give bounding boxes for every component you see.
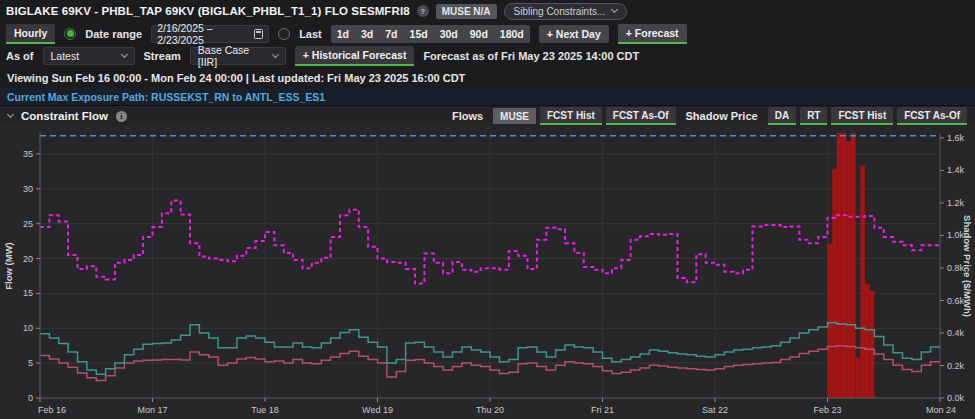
svg-text:Fri 21: Fri 21: [591, 405, 614, 415]
range-15d-button[interactable]: 15d: [404, 25, 434, 43]
range-1d-button[interactable]: 1d: [331, 25, 355, 43]
svg-text:0.8k: 0.8k: [947, 263, 965, 273]
chevron-down-icon: [611, 6, 618, 13]
date-range-value: 2/16/2025 – 2/23/2025: [157, 22, 254, 46]
forecast-button[interactable]: + Forecast: [618, 24, 687, 44]
historical-forecast-button[interactable]: + Historical Forecast: [295, 46, 415, 66]
viewing-status: Viewing Sun Feb 16 00:00 - Mon Feb 24 00…: [0, 67, 975, 88]
svg-text:Mon 17: Mon 17: [137, 405, 167, 415]
date-range-radio[interactable]: [64, 28, 76, 40]
flows-toggle-group: MUSE FCST Hist FCST As-Of: [493, 107, 675, 125]
asof-controls: As of Latest Stream Base Case [IIR] + Hi…: [0, 45, 975, 67]
svg-text:Mon 24: Mon 24: [926, 405, 956, 415]
title-bar: BIGLAKE 69KV - PHBL_TAP 69KV (BIGLAK_PHB…: [0, 0, 975, 22]
shadow-fcst-asof-toggle[interactable]: FCST As-Of: [897, 107, 967, 125]
svg-text:0.2k: 0.2k: [947, 361, 965, 371]
svg-text:30: 30: [23, 184, 33, 194]
forecast-asof-text: Forecast as of Fri May 23 2025 14:00 CDT: [423, 50, 639, 62]
muse-status-badge: MUSE N/A: [436, 4, 497, 19]
sibling-constraints-label: Sibling Constraints...: [514, 6, 606, 17]
svg-text:35: 35: [23, 149, 33, 159]
range-180d-button[interactable]: 180d: [494, 25, 530, 43]
svg-text:1.2k: 1.2k: [947, 198, 965, 208]
svg-text:Flow (MW): Flow (MW): [3, 242, 14, 289]
svg-text:0.6k: 0.6k: [947, 296, 965, 306]
flow-shadow-price-plot[interactable]: 051015202530350.0k0.2k0.4k0.6k0.8k1.0k1.…: [0, 126, 975, 419]
next-day-button[interactable]: + Next Day: [539, 25, 609, 43]
quick-range-group: 1d 3d 7d 15d 30d 90d 180d: [331, 25, 530, 43]
asof-select[interactable]: Latest: [43, 47, 135, 65]
exposure-path-link[interactable]: Current Max Exposure Path: RUSSEKST_RN t…: [0, 88, 975, 105]
chevron-down-icon: [272, 51, 279, 58]
constraint-flow-header: Constraint Flow i Flows MUSE FCST Hist F…: [0, 105, 975, 126]
constraint-flow-chart[interactable]: 051015202530350.0k0.2k0.4k0.6k0.8k1.0k1.…: [0, 126, 975, 419]
svg-text:15: 15: [23, 288, 33, 298]
stream-label: Stream: [144, 50, 181, 62]
svg-text:0.0k: 0.0k: [947, 393, 965, 403]
sibling-constraints-dropdown[interactable]: Sibling Constraints...: [504, 3, 628, 20]
svg-text:Shadow Price ($/MWh): Shadow Price ($/MWh): [962, 215, 973, 317]
shadow-price-toggle-group: DA RT FCST Hist FCST As-Of: [768, 107, 967, 125]
stream-value: Base Case [IIR]: [198, 44, 265, 68]
chevron-down-icon: [120, 51, 127, 58]
range-90d-button[interactable]: 90d: [464, 25, 494, 43]
svg-text:1.6k: 1.6k: [947, 133, 965, 143]
help-icon[interactable]: ?: [417, 5, 429, 17]
last-radio[interactable]: [278, 28, 290, 40]
range-controls: Hourly Date range 2/16/2025 – 2/23/2025 …: [0, 22, 975, 45]
svg-text:Tue 18: Tue 18: [251, 405, 279, 415]
date-range-input[interactable]: 2/16/2025 – 2/23/2025: [151, 25, 269, 43]
svg-text:25: 25: [23, 219, 33, 229]
svg-text:Sat 22: Sat 22: [702, 405, 728, 415]
svg-text:Feb 16: Feb 16: [38, 405, 66, 415]
flow-fcst-hist-toggle[interactable]: FCST Hist: [540, 107, 602, 125]
stream-select[interactable]: Base Case [IIR]: [190, 47, 286, 65]
flow-fcst-asof-toggle[interactable]: FCST As-Of: [606, 107, 676, 125]
calendar-icon[interactable]: [254, 29, 263, 39]
range-7d-button[interactable]: 7d: [379, 25, 403, 43]
svg-text:Wed 19: Wed 19: [362, 405, 393, 415]
shadow-fcst-hist-toggle[interactable]: FCST Hist: [831, 107, 893, 125]
shadow-rt-toggle[interactable]: RT: [800, 107, 827, 125]
range-30d-button[interactable]: 30d: [434, 25, 464, 43]
svg-text:Feb 23: Feb 23: [813, 405, 841, 415]
svg-text:20: 20: [23, 254, 33, 264]
asof-value: Latest: [51, 50, 80, 62]
date-range-label: Date range: [85, 28, 142, 40]
section-title: Constraint Flow: [21, 110, 108, 122]
svg-text:1.0k: 1.0k: [947, 230, 965, 240]
svg-text:1.4k: 1.4k: [947, 165, 965, 175]
collapse-chevron-icon[interactable]: [7, 111, 14, 118]
hourly-button[interactable]: Hourly: [6, 24, 55, 44]
svg-text:5: 5: [28, 358, 33, 368]
svg-text:Thu 20: Thu 20: [476, 405, 504, 415]
shadow-price-group-label: Shadow Price: [686, 110, 758, 122]
asof-label: As of: [6, 50, 34, 62]
svg-text:10: 10: [23, 323, 33, 333]
svg-text:0.4k: 0.4k: [947, 328, 965, 338]
range-3d-button[interactable]: 3d: [355, 25, 379, 43]
svg-text:0: 0: [28, 393, 33, 403]
last-label: Last: [299, 28, 322, 40]
info-icon[interactable]: i: [116, 111, 127, 122]
shadow-da-toggle[interactable]: DA: [768, 107, 796, 125]
flows-group-label: Flows: [452, 110, 483, 122]
page-title: BIGLAKE 69KV - PHBL_TAP 69KV (BIGLAK_PHB…: [6, 5, 410, 17]
constraint-dashboard: BIGLAKE 69KV - PHBL_TAP 69KV (BIGLAK_PHB…: [0, 0, 975, 419]
flow-muse-toggle[interactable]: MUSE: [493, 108, 536, 124]
